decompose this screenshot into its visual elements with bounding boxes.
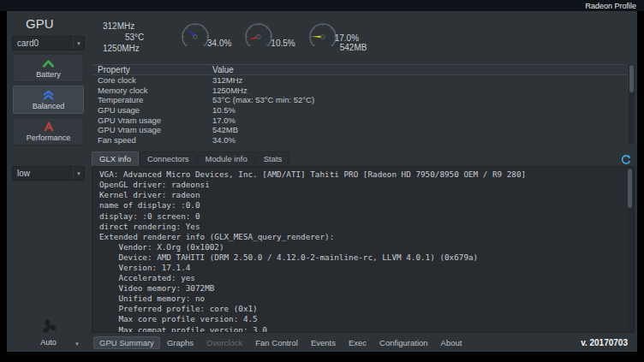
glx-info-line: Unified memory: no [99, 294, 627, 304]
temperature-value: 53°C [125, 32, 176, 43]
glx-scrollbar-thumb[interactable] [628, 169, 632, 208]
property-name: Memory clock [98, 86, 212, 95]
table-row: Core clock312MHz [92, 75, 627, 86]
refresh-button[interactable] [618, 153, 633, 166]
main-content: 312MHz 53°C 1250MHz 34.0%10.5%17.0%542MB… [90, 11, 637, 352]
glx-info-line: Max core profile version: 4.5 [99, 314, 627, 324]
gauge-fan-speed-dial [176, 20, 214, 54]
sidebar: GPU card0 ▼ BatteryBalancedPerformance l… [7, 11, 90, 352]
window-title: Radeon Profile [585, 2, 636, 10]
property-value: 312MHz [212, 75, 627, 85]
power-level-select[interactable]: low ▼ [12, 166, 85, 181]
info-tab-module-info[interactable]: Module info [198, 151, 255, 166]
info-tab-stats[interactable]: Stats [256, 151, 290, 166]
core-clock-value: 312MHz [103, 21, 176, 32]
info-tabbar: GLX infoConnectorsModule infoStats [92, 152, 635, 166]
gauge-vram-usage: 17.0%542MB [304, 20, 367, 54]
main-tabbar: GPU SummaryGraphsOverclockFan ControlEve… [92, 333, 635, 349]
main-tab-exec[interactable]: Exec [343, 336, 373, 349]
glx-info-line: Device: AMD TAHITI (DRM 2.50.0 / 4.12.0-… [99, 252, 627, 263]
power-level-value: low [17, 169, 73, 178]
glx-info-line: Preferred profile: core (0x1) [99, 304, 627, 314]
main-tab-about[interactable]: About [435, 336, 468, 349]
main-tab-graphs[interactable]: Graphs [161, 336, 200, 349]
column-header-value: Value [212, 65, 627, 74]
gauge-gpu-usage-dial [240, 20, 277, 54]
performance-profile-icon [43, 122, 55, 132]
glx-info-line: OpenGL driver: radeonsi [99, 180, 627, 190]
table-row: GPU usage10.5% [92, 105, 627, 116]
power-profile-buttons: BatteryBalancedPerformance [11, 50, 86, 147]
table-row: GPU Vram usage542MB [92, 125, 627, 135]
property-name: GPU usage [98, 105, 212, 115]
glx-info-panel: VGA: Advanced Micro Devices, Inc. [AMD/A… [92, 166, 635, 333]
property-value: 34.0% [212, 135, 627, 145]
gpu-card-select-value: card0 [17, 39, 73, 48]
gauge-vram-usage-readout: 17.0%542MB [335, 33, 367, 52]
main-tab-events[interactable]: Events [305, 336, 342, 349]
gpu-label: GPU [11, 14, 86, 36]
gauge-fan-speed: 34.0% [176, 20, 231, 54]
profile-button-battery[interactable]: Battery [13, 54, 84, 82]
glx-info-line: Video memory: 3072MB [99, 283, 627, 294]
refresh-icon [620, 154, 632, 166]
property-value: 53°C (max: 53°C min: 52°C) [212, 95, 627, 104]
info-tab-connectors[interactable]: Connectors [140, 151, 197, 166]
titlebar: Radeon Profile [0, 0, 644, 11]
glx-info-line: Accelerated: yes [99, 273, 627, 283]
profile-label: Balanced [33, 102, 65, 110]
auto-fan-button[interactable]: Auto ▼ [11, 314, 86, 348]
property-value: 10.5% [212, 105, 627, 115]
profile-button-balanced[interactable]: Balanced [13, 86, 84, 114]
property-table-header: PropertyValue [92, 64, 627, 75]
glx-info-line: direct rendering: Yes [99, 222, 627, 232]
fan-icon [39, 317, 58, 336]
glx-info-line: Max compat profile version: 3.0 [99, 325, 627, 333]
chevron-down-icon: ▼ [73, 167, 84, 180]
main-tab-overclock: Overclock [200, 336, 248, 349]
table-row: GPU Vram usage17.0% [92, 115, 627, 125]
gauge-row: 34.0%10.5%17.0%542MB [176, 20, 375, 54]
property-value: 17.0% [212, 116, 627, 125]
glx-info-line: Vendor: X.Org (0x1002) [99, 242, 627, 252]
property-name: Core clock [98, 75, 212, 85]
glx-info-line: name of display: :0.0 [99, 200, 627, 211]
glx-info-line: Kernel driver: radeon [99, 190, 627, 200]
glx-info-text: VGA: Advanced Micro Devices, Inc. [AMD/A… [99, 169, 627, 333]
main-tab-fan-control[interactable]: Fan Control [249, 336, 304, 349]
table-scrollbar[interactable] [629, 64, 635, 145]
property-name: GPU Vram usage [98, 125, 212, 134]
auto-label: Auto [40, 338, 57, 347]
version-label: v. 20170703 [581, 338, 631, 347]
info-tab-glx-info[interactable]: GLX info [92, 151, 139, 166]
radeon-profile-window: GPU card0 ▼ BatteryBalancedPerformance l… [7, 11, 637, 352]
property-table-body: Core clock312MHzMemory clock1250MHzTempe… [92, 75, 627, 145]
balanced-profile-icon [42, 90, 55, 100]
glx-scrollbar[interactable] [627, 168, 633, 331]
gauge-gpu-usage-readout: 10.5% [271, 39, 295, 48]
main-tab-configuration[interactable]: Configuration [373, 336, 434, 349]
clock-readouts: 312MHz 53°C 1250MHz [103, 21, 176, 54]
property-name: Fan speed [98, 135, 212, 145]
property-value: 542MB [212, 125, 627, 134]
summary-header: 312MHz 53°C 1250MHz 34.0%10.5%17.0%542MB [92, 11, 635, 62]
battery-profile-icon [42, 58, 55, 68]
table-row: Fan speed34.0% [92, 135, 627, 145]
memory-clock-value: 1250MHz [103, 43, 176, 54]
table-row: Memory clock1250MHz [92, 86, 627, 96]
profile-label: Performance [27, 134, 71, 142]
property-name: GPU Vram usage [98, 116, 212, 125]
gauge-fan-speed-readout: 34.0% [207, 39, 231, 48]
profile-button-performance[interactable]: Performance [13, 117, 84, 145]
glx-info-line: VGA: Advanced Micro Devices, Inc. [AMD/A… [99, 169, 627, 180]
table-scrollbar-thumb[interactable] [629, 65, 634, 92]
profile-label: Battery [36, 70, 61, 79]
glx-info-line: display: :0 screen: 0 [99, 211, 627, 222]
glx-info-line: Version: 17.1.4 [99, 263, 627, 273]
gauge-gpu-usage: 10.5% [240, 20, 295, 54]
chevron-down-icon: ▼ [75, 341, 80, 347]
chevron-down-icon: ▼ [73, 37, 84, 50]
column-header-property: Property [98, 65, 212, 74]
main-tab-gpu-summary[interactable]: GPU Summary [93, 336, 160, 349]
gpu-card-select[interactable]: card0 ▼ [12, 36, 85, 50]
